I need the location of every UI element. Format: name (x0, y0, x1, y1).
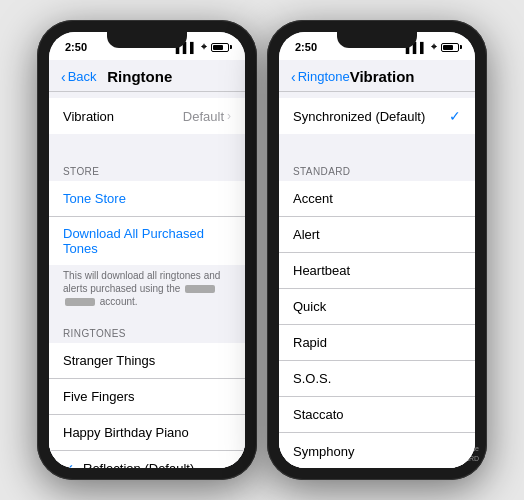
store-group: Tone Store Download All Purchased Tones (49, 181, 245, 265)
download-tones-label: Download All Purchased Tones (63, 226, 231, 256)
back-label-2: Ringtone (298, 69, 350, 84)
ringtones-header: RINGTONES (49, 316, 245, 343)
list-item[interactable]: Five Fingers (49, 379, 245, 415)
wifi-icon-2: ⌖ (431, 41, 437, 53)
nav-bar-2: ‹ Ringtone Vibration (279, 60, 475, 92)
status-time-2: 2:50 (295, 41, 317, 53)
vibration-row[interactable]: Vibration Default › (49, 98, 245, 134)
redacted-1 (185, 285, 215, 293)
battery-icon-2 (441, 43, 459, 52)
phone-1-screen: 2:50 ▌▌▌ ⌖ ‹ Back Ringtone (49, 32, 245, 468)
back-button-2[interactable]: ‹ Ringtone (291, 69, 350, 85)
list-item[interactable]: Alert (279, 217, 475, 253)
standard-group: Accent Alert Heartbeat Quick Rapid (279, 181, 475, 468)
nav-bar-1: ‹ Back Ringtone (49, 60, 245, 92)
tone-store-label: Tone Store (63, 191, 126, 206)
back-chevron-1: ‹ (61, 69, 66, 85)
synchronized-checkmark: ✓ (449, 108, 461, 124)
status-time-1: 2:50 (65, 41, 87, 53)
phone-2-screen: 2:50 ▌▌▌ ⌖ ‹ Ringtone Vibration (279, 32, 475, 468)
download-tones-row[interactable]: Download All Purchased Tones (49, 217, 245, 265)
page-title-2: Vibration (350, 68, 415, 85)
watermark-line2: PAYETTE FORWARD (410, 454, 479, 464)
synchronized-group: Synchronized (Default) ✓ (279, 98, 475, 134)
notch (107, 32, 187, 48)
store-header: STORE (49, 154, 245, 181)
ringtones-group: Stranger Things Five Fingers Happy Birth… (49, 343, 245, 468)
watermark: iUpPhone PAYETTE FORWARD (410, 444, 479, 464)
vibration-chevron: › (227, 109, 231, 123)
battery-icon (211, 43, 229, 52)
redacted-2 (65, 298, 95, 306)
sep-1 (49, 134, 245, 154)
notch-2 (337, 32, 417, 48)
vibration-group: Vibration Default › (49, 98, 245, 134)
list-item[interactable]: Happy Birthday Piano (49, 415, 245, 451)
list-item[interactable]: Accent (279, 181, 475, 217)
back-button-1[interactable]: ‹ Back (61, 69, 97, 85)
settings-content-2: Synchronized (Default) ✓ STANDARD Accent… (279, 92, 475, 468)
settings-content-1: Vibration Default › STORE Tone Store (49, 92, 245, 468)
wifi-icon: ⌖ (201, 41, 207, 53)
reflection-checkmark: ✓ (63, 461, 75, 469)
synchronized-row[interactable]: Synchronized (Default) ✓ (279, 98, 475, 134)
list-item[interactable]: Quick (279, 289, 475, 325)
reflection-row[interactable]: ✓ Reflection (Default) (49, 451, 245, 468)
back-label-1: Back (68, 69, 97, 84)
list-item[interactable]: Rapid (279, 325, 475, 361)
vibration-label: Vibration (63, 109, 114, 124)
tone-store-row[interactable]: Tone Store (49, 181, 245, 217)
list-item[interactable]: Stranger Things (49, 343, 245, 379)
list-item[interactable]: Staccato (279, 397, 475, 433)
watermark-line1: iUpPhone (410, 444, 479, 454)
phone-vibration: 2:50 ▌▌▌ ⌖ ‹ Ringtone Vibration (267, 20, 487, 480)
standard-header: STANDARD (279, 154, 475, 181)
download-description: This will download all ringtones and ale… (49, 265, 245, 316)
list-item[interactable]: S.O.S. (279, 361, 475, 397)
page-title-1: Ringtone (97, 68, 183, 85)
list-item[interactable]: Heartbeat (279, 253, 475, 289)
synchronized-label: Synchronized (Default) (293, 109, 425, 124)
sep-2 (279, 134, 475, 154)
back-chevron-2: ‹ (291, 69, 296, 85)
phone-ringtone: 2:50 ▌▌▌ ⌖ ‹ Back Ringtone (37, 20, 257, 480)
vibration-value: Default › (183, 109, 231, 124)
